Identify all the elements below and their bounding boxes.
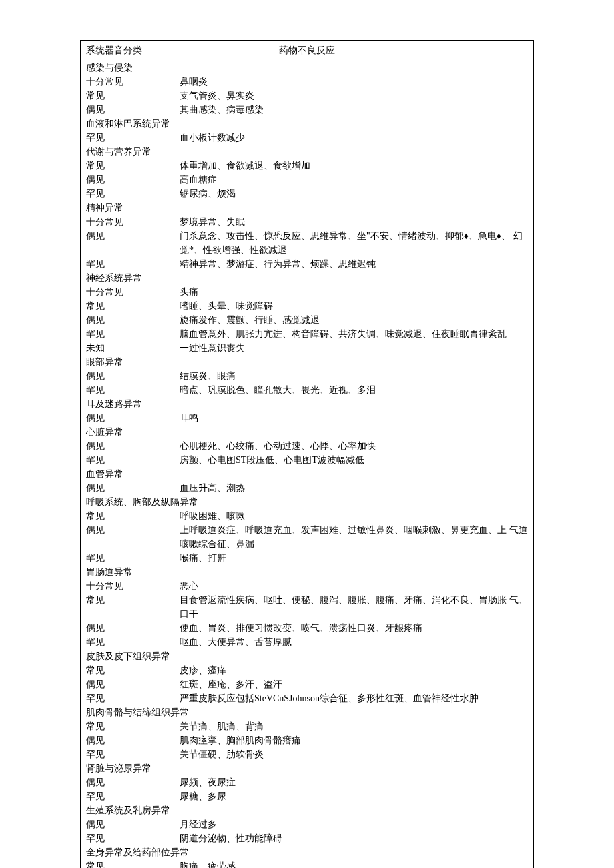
category-heading: 代谢与营养异常 bbox=[86, 145, 528, 159]
description-cell: 脑血管意外、肌张力亢进、构音障碍、共济失调、味觉减退、住夜睡眠胃律紊乱 bbox=[180, 327, 528, 341]
category-heading: 肌肉骨骼与结缔组织异常 bbox=[86, 705, 528, 719]
table-row: 偶见红斑、座疮、多汗、盗汗 bbox=[86, 677, 528, 691]
category-heading: 肾脏与泌尿异常 bbox=[86, 761, 528, 775]
frequency-cell: 偶见 bbox=[86, 481, 180, 495]
category-heading: 心脏异常 bbox=[86, 425, 528, 439]
table-row: 罕见暗点、巩膜脱色、瞳孔散大、畏光、近视、多泪 bbox=[86, 383, 528, 397]
frequency-cell: 偶见 bbox=[86, 775, 180, 789]
table-row: 常见嗜睡、头晕、味觉障碍 bbox=[86, 299, 528, 313]
description-cell: 耳鸣 bbox=[180, 411, 528, 425]
frequency-cell: 常见 bbox=[86, 663, 180, 677]
table-row: 罕见脑血管意外、肌张力亢进、构音障碍、共济失调、味觉减退、住夜睡眠胃律紊乱 bbox=[86, 327, 528, 341]
description-cell: 精神异常、梦游症、行为异常、烦躁、思维迟钝 bbox=[180, 257, 528, 271]
table-row: 罕见房颤、心电图ST段压低、心电图T波波幅减低 bbox=[86, 453, 528, 467]
frequency-cell: 偶见 bbox=[86, 369, 180, 383]
description-cell: 月经过多 bbox=[180, 817, 528, 831]
table-row: 十分常见鼻咽炎 bbox=[86, 75, 528, 89]
table-row: 偶见尿频、夜尿症 bbox=[86, 775, 528, 789]
table-row: 偶见其曲感染、病毒感染 bbox=[86, 103, 528, 117]
table-row: 罕见阴道分泌物、性功能障碍 bbox=[86, 831, 528, 845]
frequency-cell: 罕见 bbox=[86, 789, 180, 803]
frequency-cell: 十分常见 bbox=[86, 215, 180, 229]
table-header-row: 系统器音分类 药物不良反应 bbox=[86, 43, 528, 59]
table-row: 罕见血小板计数减少 bbox=[86, 131, 528, 145]
description-cell: 使血、胃炎、排便习惯改变、喷气、溃疡性口炎、牙龈疼痛 bbox=[180, 621, 528, 635]
description-cell: 恶心 bbox=[180, 579, 528, 593]
table-row: 偶见月经过多 bbox=[86, 817, 528, 831]
table-row: 罕见喉痛、打鼾 bbox=[86, 551, 528, 565]
frequency-cell: 偶见 bbox=[86, 523, 180, 537]
description-cell: 上呼吸道炎症、呼吸道充血、发声困难、过敏性鼻炎、咽喉刺激、鼻更充血、上 气道咳嗽… bbox=[180, 523, 528, 551]
frequency-cell: 偶见 bbox=[86, 103, 180, 117]
frequency-cell: 未知 bbox=[86, 341, 180, 355]
frequency-cell: 偶见 bbox=[86, 621, 180, 635]
description-cell: 血压升高、潮热 bbox=[180, 481, 528, 495]
frequency-cell: 罕见 bbox=[86, 453, 180, 467]
description-cell: 结膜炎、眼痛 bbox=[180, 369, 528, 383]
table-row: 常见呼吸困难、咳嗽 bbox=[86, 509, 528, 523]
table-body: 感染与侵染十分常见鼻咽炎常见支气管炎、鼻实炎偶见其曲感染、病毒感染血液和淋巴系统… bbox=[86, 61, 528, 868]
category-heading: 神经系统异常 bbox=[86, 271, 528, 285]
table-row: 未知一过性意识丧失 bbox=[86, 341, 528, 355]
description-cell: 暗点、巩膜脱色、瞳孔散大、畏光、近视、多泪 bbox=[180, 383, 528, 397]
frequency-cell: 偶见 bbox=[86, 173, 180, 187]
frequency-cell: 十分常见 bbox=[86, 579, 180, 593]
description-cell: 红斑、座疮、多汗、盗汗 bbox=[180, 677, 528, 691]
frequency-cell: 偶见 bbox=[86, 313, 180, 327]
description-cell: 呼吸困难、咳嗽 bbox=[180, 509, 528, 523]
table-row: 常见关节痛、肌痛、背痛 bbox=[86, 719, 528, 733]
frequency-cell: 罕见 bbox=[86, 635, 180, 649]
frequency-cell: 罕见 bbox=[86, 187, 180, 201]
description-cell: 胸痛、疲劳感 bbox=[180, 859, 528, 868]
description-cell: 一过性意识丧失 bbox=[180, 341, 528, 355]
description-cell: 关节痛、肌痛、背痛 bbox=[180, 719, 528, 733]
adverse-reactions-table: 系统器音分类 药物不良反应 感染与侵染十分常见鼻咽炎常见支气管炎、鼻实炎偶见其曲… bbox=[80, 40, 534, 868]
frequency-cell: 偶见 bbox=[86, 817, 180, 831]
frequency-cell: 常见 bbox=[86, 859, 180, 868]
table-row: 罕见关节僵硬、肋软骨炎 bbox=[86, 747, 528, 761]
frequency-cell: 常见 bbox=[86, 593, 180, 607]
frequency-cell: 罕见 bbox=[86, 691, 180, 705]
description-cell: 鼻咽炎 bbox=[180, 75, 528, 89]
table-row: 偶见旋痛发作、震颤、行睡、感觉减退 bbox=[86, 313, 528, 327]
table-row: 常见体重增加、食欲减退、食欲增加 bbox=[86, 159, 528, 173]
category-heading: 感染与侵染 bbox=[86, 61, 528, 75]
description-cell: 呕血、大便异常、舌苔厚腻 bbox=[180, 635, 528, 649]
table-row: 罕见严重皮肤反应包括SteVCnSJohnson综合征、多形性红斑、血管神经性水… bbox=[86, 691, 528, 705]
description-cell: 关节僵硬、肋软骨炎 bbox=[180, 747, 528, 761]
description-cell: 尿糖、多尿 bbox=[180, 789, 528, 803]
category-heading: 生殖系统及乳房异常 bbox=[86, 803, 528, 817]
table-row: 常见支气管炎、鼻实炎 bbox=[86, 89, 528, 103]
table-row: 偶见门杀意念、攻击性、惊恐反应、思维异常、坐"不安、情绪波动、抑郁♦、急电♦、 … bbox=[86, 229, 528, 257]
description-cell: 其曲感染、病毒感染 bbox=[180, 103, 528, 117]
category-heading: 血管异常 bbox=[86, 467, 528, 481]
description-cell: 梦境异常、失眠 bbox=[180, 215, 528, 229]
category-heading: 精神异常 bbox=[86, 201, 528, 215]
description-cell: 严重皮肤反应包括SteVCnSJohnson综合征、多形性红斑、血管神经性水肿 bbox=[180, 691, 528, 705]
description-cell: 阴道分泌物、性功能障碍 bbox=[180, 831, 528, 845]
table-row: 偶见心肌梗死、心绞痛、心动过速、心悸、心率加快 bbox=[86, 439, 528, 453]
description-cell: 肌肉痉挛、胸部肌肉骨骼瘩痛 bbox=[180, 733, 528, 747]
table-row: 罕见尿糖、多尿 bbox=[86, 789, 528, 803]
category-heading: 眼部异常 bbox=[86, 355, 528, 369]
frequency-cell: 十分常见 bbox=[86, 75, 180, 89]
description-cell: 喉痛、打鼾 bbox=[180, 551, 528, 565]
frequency-cell: 罕见 bbox=[86, 131, 180, 145]
frequency-cell: 偶见 bbox=[86, 733, 180, 747]
description-cell: 尿频、夜尿症 bbox=[180, 775, 528, 789]
frequency-cell: 常见 bbox=[86, 159, 180, 173]
description-cell: 房颤、心电图ST段压低、心电图T波波幅减低 bbox=[180, 453, 528, 467]
description-cell: 体重增加、食欲减退、食欲增加 bbox=[180, 159, 528, 173]
header-reaction: 药物不良反应 bbox=[180, 43, 528, 57]
description-cell: 支气管炎、鼻实炎 bbox=[180, 89, 528, 103]
description-cell: 头痛 bbox=[180, 285, 528, 299]
table-row: 十分常见梦境异常、失眠 bbox=[86, 215, 528, 229]
category-heading: 胃肠道异常 bbox=[86, 565, 528, 579]
frequency-cell: 罕见 bbox=[86, 327, 180, 341]
description-cell: 锯尿病、烦渴 bbox=[180, 187, 528, 201]
frequency-cell: 罕见 bbox=[86, 831, 180, 845]
table-row: 偶见血压升高、潮热 bbox=[86, 481, 528, 495]
description-cell: 皮疹、瘙痒 bbox=[180, 663, 528, 677]
table-row: 十分常见恶心 bbox=[86, 579, 528, 593]
frequency-cell: 常见 bbox=[86, 89, 180, 103]
